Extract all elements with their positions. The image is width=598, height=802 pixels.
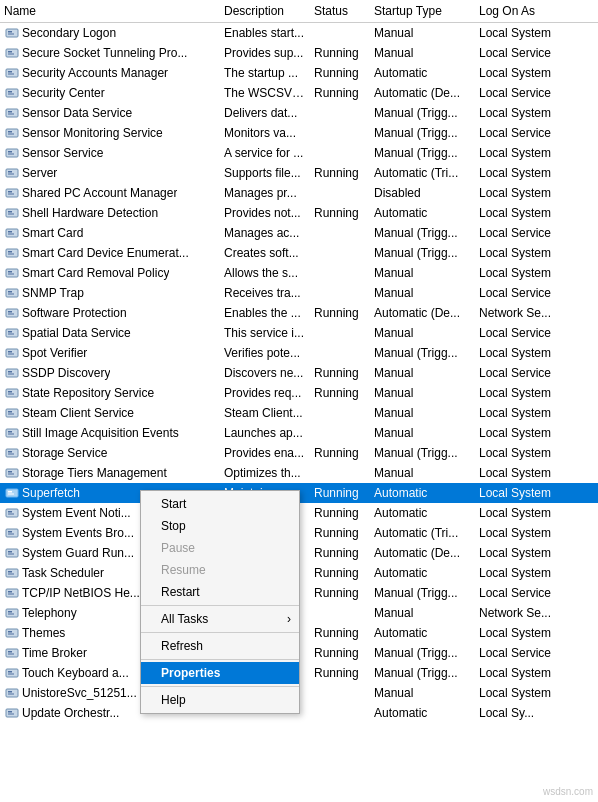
svg-rect-27: [6, 209, 18, 217]
table-row[interactable]: Storage Service Provides ena... Running …: [0, 443, 598, 463]
service-logon: Local System: [475, 245, 575, 261]
svg-rect-42: [6, 309, 18, 317]
service-startup: Automatic: [370, 485, 475, 501]
col-header-startup[interactable]: Startup Type: [370, 2, 475, 20]
service-startup: Manual (Trigg...: [370, 245, 475, 261]
svg-rect-75: [6, 529, 18, 537]
service-startup: Automatic: [370, 565, 475, 581]
service-name: Security Accounts Manager: [0, 64, 220, 82]
service-desc: Discovers ne...: [220, 365, 310, 381]
service-logon: Local Service: [475, 125, 575, 141]
svg-rect-16: [8, 131, 12, 133]
svg-rect-79: [8, 551, 12, 553]
table-row[interactable]: Spatial Data Service This service i... M…: [0, 323, 598, 343]
service-icon: [4, 445, 20, 461]
table-header: Name Description Status Startup Type Log…: [0, 0, 598, 23]
service-desc: Steam Client...: [220, 405, 310, 421]
table-row[interactable]: Shared PC Account Manager Manages pr... …: [0, 183, 598, 203]
svg-rect-74: [8, 514, 14, 515]
context-menu-item-all-tasks[interactable]: All Tasks›: [141, 608, 299, 630]
svg-rect-97: [8, 671, 12, 673]
service-status: [310, 612, 370, 614]
svg-rect-4: [8, 51, 12, 53]
service-icon: [4, 425, 20, 441]
service-logon: Local System: [475, 445, 575, 461]
table-row[interactable]: Security Accounts Manager The startup ..…: [0, 63, 598, 83]
context-menu-item-stop[interactable]: Stop: [141, 515, 299, 537]
svg-rect-60: [6, 429, 18, 437]
table-row[interactable]: Security Center The WSCSVC... Running Au…: [0, 83, 598, 103]
service-logon: Local System: [475, 65, 575, 81]
service-icon: [4, 385, 20, 401]
service-icon: [4, 125, 20, 141]
col-header-logon[interactable]: Log On As: [475, 2, 575, 20]
service-status: [310, 432, 370, 434]
service-logon: Network Se...: [475, 605, 575, 621]
svg-rect-76: [8, 531, 12, 533]
service-startup: Manual: [370, 325, 475, 341]
svg-rect-34: [8, 251, 12, 253]
table-row[interactable]: Server Supports file... Running Automati…: [0, 163, 598, 183]
service-status: [310, 192, 370, 194]
context-menu-item-properties[interactable]: Properties: [141, 662, 299, 684]
table-row[interactable]: SSDP Discovery Discovers ne... Running M…: [0, 363, 598, 383]
svg-rect-32: [8, 234, 14, 235]
context-menu-item-help[interactable]: Help: [141, 689, 299, 711]
svg-rect-22: [8, 171, 12, 173]
table-row[interactable]: Steam Client Service Steam Client... Man…: [0, 403, 598, 423]
service-name: Sensor Data Service: [0, 104, 220, 122]
svg-rect-91: [8, 631, 12, 633]
service-icon: [4, 265, 20, 281]
table-row[interactable]: Sensor Monitoring Service Monitors va...…: [0, 123, 598, 143]
service-startup: Automatic: [370, 65, 475, 81]
table-row[interactable]: Smart Card Manages ac... Manual (Trigg..…: [0, 223, 598, 243]
service-startup: Automatic (Tri...: [370, 165, 475, 181]
table-row[interactable]: Spot Verifier Verifies pote... Manual (T…: [0, 343, 598, 363]
context-menu-item-start[interactable]: Start: [141, 493, 299, 515]
svg-rect-25: [8, 191, 12, 193]
table-row[interactable]: Smart Card Device Enumerat... Creates so…: [0, 243, 598, 263]
service-desc: A service for ...: [220, 145, 310, 161]
table-row[interactable]: Still Image Acquisition Events Launches …: [0, 423, 598, 443]
service-icon: [4, 145, 20, 161]
table-row[interactable]: Software Protection Enables the ... Runn…: [0, 303, 598, 323]
svg-rect-95: [8, 654, 14, 655]
service-status: Running: [310, 585, 370, 601]
col-header-desc[interactable]: Description: [220, 2, 310, 20]
service-startup: Manual: [370, 425, 475, 441]
svg-rect-101: [8, 694, 14, 695]
svg-rect-6: [6, 69, 18, 77]
service-name: SSDP Discovery: [0, 364, 220, 382]
service-status: Running: [310, 85, 370, 101]
table-row[interactable]: Secondary Logon Enables start... Manual …: [0, 23, 598, 43]
service-name: Storage Tiers Management: [0, 464, 220, 482]
service-name: Steam Client Service: [0, 404, 220, 422]
context-menu-item-refresh[interactable]: Refresh: [141, 635, 299, 657]
table-row[interactable]: Sensor Service A service for ... Manual …: [0, 143, 598, 163]
service-startup: Manual: [370, 365, 475, 381]
svg-rect-55: [8, 391, 12, 393]
svg-rect-63: [6, 449, 18, 457]
svg-rect-83: [8, 574, 14, 575]
table-row[interactable]: Shell Hardware Detection Provides not...…: [0, 203, 598, 223]
col-header-status[interactable]: Status: [310, 2, 370, 20]
table-row[interactable]: Storage Tiers Management Optimizes th...…: [0, 463, 598, 483]
service-logon: Local Service: [475, 85, 575, 101]
table-row[interactable]: State Repository Service Provides req...…: [0, 383, 598, 403]
table-row[interactable]: Sensor Data Service Delivers dat... Manu…: [0, 103, 598, 123]
context-menu-item-restart[interactable]: Restart: [141, 581, 299, 603]
service-startup: Manual (Trigg...: [370, 105, 475, 121]
svg-rect-89: [8, 614, 14, 615]
service-startup: Manual (Trigg...: [370, 585, 475, 601]
service-desc: Provides not...: [220, 205, 310, 221]
service-icon: [4, 545, 20, 561]
service-logon: Local System: [475, 185, 575, 201]
table-row[interactable]: SNMP Trap Receives tra... Manual Local S…: [0, 283, 598, 303]
col-header-name[interactable]: Name: [0, 2, 220, 20]
table-row[interactable]: Secure Socket Tunneling Pro... Provides …: [0, 43, 598, 63]
svg-rect-50: [8, 354, 14, 355]
svg-rect-24: [6, 189, 18, 197]
service-logon: Local Service: [475, 325, 575, 341]
table-row[interactable]: Smart Card Removal Policy Allows the s..…: [0, 263, 598, 283]
svg-rect-53: [8, 374, 14, 375]
